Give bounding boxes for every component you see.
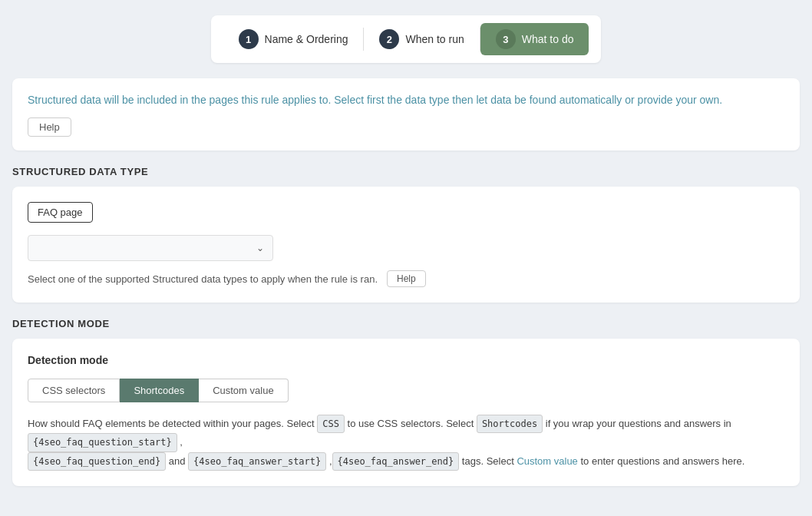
select-help-row: Select one of the supported Structured d… — [28, 270, 784, 287]
desc-comma-2: , — [326, 455, 332, 467]
info-box: Structured data will be included in the … — [12, 78, 800, 150]
info-help-button[interactable]: Help — [28, 117, 71, 137]
faq-badge: FAQ page — [28, 202, 93, 223]
desc-and: and — [166, 455, 188, 467]
desc-part-1: How should FAQ elements be detected with… — [28, 418, 317, 429]
desc-part-end: to enter questions and answers here. — [578, 455, 745, 467]
step-3-circle: 3 — [496, 29, 516, 49]
step-2-circle: 2 — [379, 29, 399, 49]
step-3-label: What to do — [522, 33, 574, 45]
step-1-label: Name & Ordering — [265, 33, 348, 45]
custom-value-link[interactable]: Custom value — [517, 455, 577, 467]
desc-part-5: if you wrap your questions and answers i… — [543, 418, 731, 429]
structured-data-section-title: STRUCTURED DATA TYPE — [12, 166, 800, 177]
detection-mode-section: DETECTION MODE Detection mode CSS select… — [12, 318, 800, 486]
desc-comma-1: , — [177, 436, 183, 448]
select-help-text: Select one of the supported Structured d… — [28, 273, 378, 285]
structured-data-help-button[interactable]: Help — [387, 270, 426, 287]
step-2[interactable]: 2 When to run — [364, 23, 479, 55]
structured-data-card: FAQ page FAQ page Article Product ⌄ Sele… — [12, 187, 800, 303]
data-type-dropdown-wrapper: FAQ page Article Product ⌄ — [28, 235, 273, 261]
faq-start-tag: {4seo_faq_question_start} — [28, 433, 177, 452]
detection-card: Detection mode CSS selectors Shortcodes … — [12, 339, 800, 486]
detection-description: How should FAQ elements be detected with… — [28, 415, 784, 471]
stepper: 1 Name & Ordering 2 When to run 3 What t… — [12, 15, 800, 63]
css-code-tag: CSS — [317, 415, 345, 433]
step-1-circle: 1 — [239, 29, 259, 49]
desc-part-select: tags. Select — [459, 455, 517, 467]
shortcodes-code-tag: Shortcodes — [477, 415, 543, 433]
step-2-label: When to run — [405, 33, 464, 45]
faq-answer-start-tag: {4seo_faq_answer_start} — [188, 452, 326, 471]
tab-shortcodes[interactable]: Shortcodes — [120, 379, 199, 402]
data-type-dropdown[interactable]: FAQ page Article Product — [28, 235, 273, 261]
step-1[interactable]: 1 Name & Ordering — [223, 23, 364, 55]
faq-answer-end-tag: {4seo_faq_answer_end} — [332, 452, 460, 471]
detection-mode-section-title: DETECTION MODE — [12, 318, 800, 329]
tab-css-selectors[interactable]: CSS selectors — [28, 379, 120, 402]
tab-custom-value[interactable]: Custom value — [199, 379, 288, 402]
desc-part-3: to use CSS selectors. Select — [345, 418, 477, 429]
structured-data-section: STRUCTURED DATA TYPE FAQ page FAQ page A… — [12, 166, 800, 303]
info-text: Structured data will be included in the … — [28, 92, 784, 108]
faq-end-tag: {4seo_faq_question_end} — [28, 452, 166, 471]
step-3[interactable]: 3 What to do — [480, 23, 589, 55]
detection-card-title: Detection mode — [28, 354, 784, 366]
detection-tabs: CSS selectors Shortcodes Custom value — [28, 379, 784, 402]
